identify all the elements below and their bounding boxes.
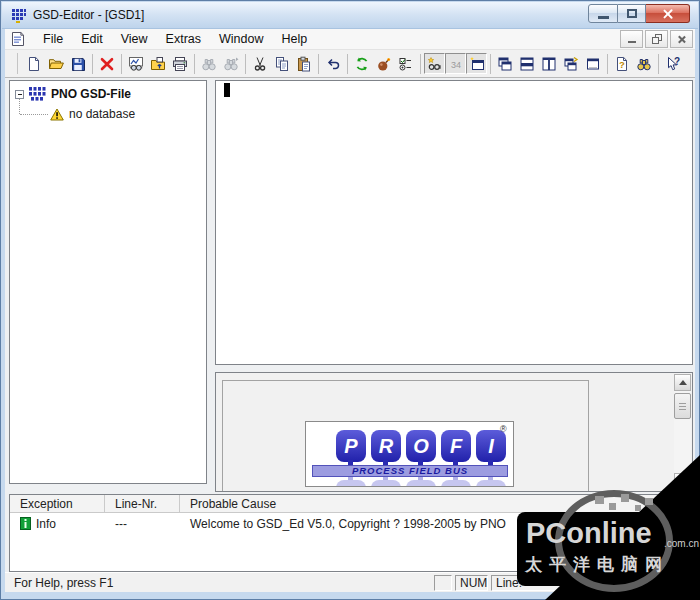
cascade-icon bbox=[497, 56, 513, 72]
gsd-file-icon bbox=[29, 87, 46, 101]
menu-extras[interactable]: Extras bbox=[157, 29, 210, 49]
help-topics-button[interactable]: ? bbox=[611, 53, 633, 75]
toolbar-separator bbox=[318, 54, 319, 74]
convert-button[interactable] bbox=[351, 53, 373, 75]
context-help-icon: ? bbox=[665, 56, 681, 72]
bomb-icon bbox=[376, 56, 392, 72]
cascade-windows-button[interactable] bbox=[494, 53, 516, 75]
menu-file[interactable]: File bbox=[34, 29, 72, 49]
save-file-button[interactable] bbox=[67, 53, 89, 75]
new-file-button[interactable] bbox=[23, 53, 45, 75]
undo-icon bbox=[325, 56, 341, 72]
status-help-text: For Help, press F1 bbox=[14, 576, 113, 590]
abort-button[interactable] bbox=[373, 53, 395, 75]
find-next-button[interactable] bbox=[220, 53, 242, 75]
new-file-icon bbox=[26, 56, 42, 72]
mdi-restore-button[interactable] bbox=[645, 30, 668, 48]
menu-edit[interactable]: Edit bbox=[72, 29, 112, 49]
delete-icon bbox=[99, 56, 115, 72]
exception-line-nr: --- bbox=[105, 517, 180, 531]
watermark-logo: PConline .com.cn 太平洋电脑网 bbox=[517, 490, 700, 600]
undo-button[interactable] bbox=[322, 53, 344, 75]
print-icon bbox=[172, 56, 188, 72]
new-window-button[interactable] bbox=[582, 53, 604, 75]
paste-button[interactable] bbox=[293, 53, 315, 75]
title-bar: GSD-Editor - [GSD1] bbox=[2, 2, 698, 29]
document-icon[interactable] bbox=[10, 31, 26, 47]
logo-letter-tile: R bbox=[371, 430, 401, 462]
toolbar-separator bbox=[194, 54, 195, 74]
toggle-window-view-button[interactable] bbox=[466, 53, 487, 74]
export-gsd-button[interactable] bbox=[147, 53, 169, 75]
warning-icon bbox=[50, 108, 64, 121]
tree-root-item[interactable]: PNO GSD-File bbox=[15, 86, 131, 102]
check-gsd-icon bbox=[128, 56, 144, 72]
mdi-minimize-button[interactable] bbox=[620, 30, 643, 48]
scroll-up-button[interactable] bbox=[674, 374, 691, 391]
scroll-up-icon bbox=[679, 380, 687, 385]
tree-child-item[interactable]: no database bbox=[50, 106, 135, 122]
mdi-restore-icon bbox=[652, 34, 662, 44]
tree-child-label[interactable]: no database bbox=[69, 107, 135, 121]
status-panel-empty bbox=[434, 575, 452, 591]
menu-view[interactable]: View bbox=[112, 29, 157, 49]
delete-button[interactable] bbox=[96, 53, 118, 75]
options-icon bbox=[398, 56, 414, 72]
cut-button[interactable] bbox=[249, 53, 271, 75]
close-button[interactable] bbox=[646, 4, 690, 23]
mdi-minimize-icon bbox=[628, 41, 636, 43]
menu-window[interactable]: Window bbox=[210, 29, 272, 49]
registered-mark: ® bbox=[500, 424, 507, 434]
svg-text:34: 34 bbox=[450, 59, 460, 69]
gsd-tree-pane[interactable]: PNO GSD-File no database bbox=[9, 80, 207, 484]
context-help-button[interactable]: ? bbox=[662, 53, 684, 75]
svg-text:?: ? bbox=[619, 59, 625, 70]
logo-letter-tile: P bbox=[336, 430, 366, 462]
watermark-chinese: 太平洋电脑网 bbox=[525, 553, 669, 576]
svg-text:?: ? bbox=[674, 56, 680, 67]
tree-collapse-icon[interactable] bbox=[15, 90, 24, 99]
recycle-icon bbox=[354, 56, 370, 72]
copy-button[interactable] bbox=[271, 53, 293, 75]
tile-horizontal-button[interactable] bbox=[516, 53, 538, 75]
watermark-brand: PConline bbox=[526, 517, 652, 550]
scrollbar-thumb[interactable] bbox=[674, 393, 691, 419]
print-button[interactable] bbox=[169, 53, 191, 75]
find-button[interactable] bbox=[198, 53, 220, 75]
watermark-suffix: .com.cn bbox=[664, 538, 699, 549]
window-view-icon bbox=[469, 56, 485, 72]
open-file-button[interactable] bbox=[45, 53, 67, 75]
info-pane: P R O F I ® PROCESS FIELD BUS B U bbox=[215, 372, 693, 492]
check-gsd-button[interactable] bbox=[125, 53, 147, 75]
menu-bar: File Edit View Extras Window Help bbox=[5, 29, 695, 50]
search-help-button[interactable] bbox=[633, 53, 655, 75]
tile-vertical-button[interactable] bbox=[538, 53, 560, 75]
toolbar-separator bbox=[658, 54, 659, 74]
maximize-icon bbox=[627, 9, 637, 18]
status-num-indicator: NUM bbox=[455, 575, 488, 591]
toggle-34-view-button[interactable]: 34 bbox=[445, 53, 466, 74]
tile-vertical-icon bbox=[541, 56, 557, 72]
tree-connector bbox=[20, 114, 48, 115]
gsd-text-editor[interactable] bbox=[215, 80, 693, 365]
maximize-button[interactable] bbox=[618, 4, 646, 23]
toggle-values-view-button[interactable] bbox=[424, 53, 445, 74]
column-header-exception[interactable]: Exception bbox=[10, 495, 105, 512]
toolbar-separator bbox=[245, 54, 246, 74]
toggle-34-icon: 34 bbox=[448, 56, 464, 72]
mdi-close-button[interactable] bbox=[670, 30, 693, 48]
mdi-window-controls bbox=[620, 30, 693, 48]
options-button[interactable] bbox=[395, 53, 417, 75]
copy-icon bbox=[274, 56, 290, 72]
menu-help[interactable]: Help bbox=[272, 29, 316, 49]
arrange-icons-button[interactable] bbox=[560, 53, 582, 75]
tree-root-label[interactable]: PNO GSD-File bbox=[51, 87, 131, 101]
column-header-line-nr[interactable]: Line-Nr. bbox=[105, 495, 180, 512]
minimize-button[interactable] bbox=[588, 4, 618, 23]
toolbar-separator bbox=[490, 54, 491, 74]
help-topics-icon: ? bbox=[614, 56, 630, 72]
toolbar-separator bbox=[92, 54, 93, 74]
info-icon bbox=[20, 517, 31, 530]
toolbar-separator bbox=[347, 54, 348, 74]
tile-horizontal-icon bbox=[519, 56, 535, 72]
